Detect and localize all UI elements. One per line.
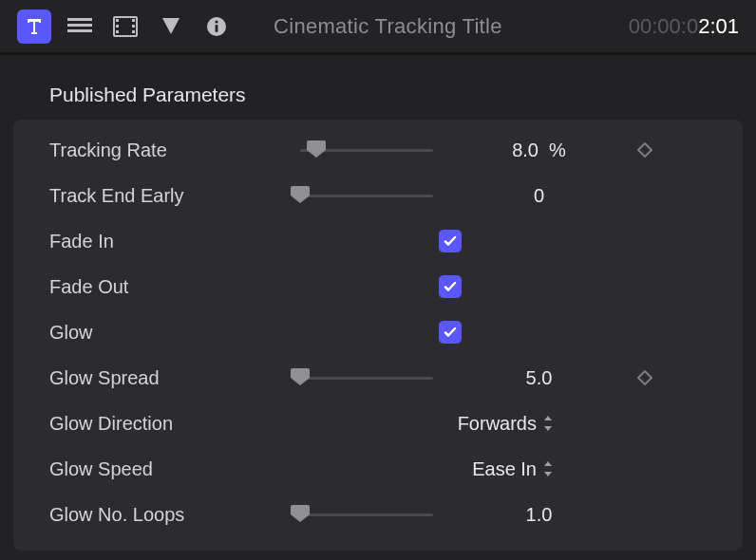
info-tab-icon <box>205 15 228 38</box>
shape-tab[interactable] <box>154 9 188 44</box>
row-tracking-rate: Tracking Rate 8.0 % <box>49 127 718 173</box>
svg-rect-9 <box>132 25 135 28</box>
text-tab[interactable] <box>17 9 51 44</box>
check-icon <box>443 233 458 249</box>
paragraph-tab[interactable] <box>63 9 97 44</box>
row-fade-in: Fade In <box>49 218 718 264</box>
timecode-dim: 00:00:0 <box>629 14 698 38</box>
value-tracking-rate[interactable]: 8.0 % <box>465 140 613 161</box>
checkbox-fade-in[interactable] <box>439 230 462 252</box>
paragraph-tab-icon <box>67 17 92 36</box>
svg-rect-8 <box>132 19 135 22</box>
stepper-icon <box>542 415 554 432</box>
keyframe-tracking-rate[interactable] <box>626 142 664 158</box>
label-glow-loops: Glow No. Loops <box>49 504 287 526</box>
inspector-title: Cinematic Tracking Title <box>274 14 617 39</box>
row-glow-direction: Glow Direction Forwards <box>49 401 718 446</box>
slider-track-end-early[interactable] <box>300 195 452 197</box>
slider-glow-loops[interactable] <box>300 513 452 516</box>
row-glow: Glow <box>49 309 718 355</box>
section-title: Published Parameters <box>0 55 756 120</box>
svg-rect-1 <box>67 24 92 27</box>
value-glow-loops[interactable]: 1.0 <box>465 504 613 526</box>
video-tab[interactable] <box>108 9 142 44</box>
svg-point-12 <box>215 20 217 23</box>
value-glow-direction: Forwards <box>458 413 537 435</box>
label-glow-direction: Glow Direction <box>49 413 287 435</box>
svg-rect-6 <box>116 25 119 28</box>
svg-rect-10 <box>132 30 135 33</box>
row-glow-spread: Glow Spread 5.0 <box>49 355 718 401</box>
label-track-end-early: Track End Early <box>49 185 287 207</box>
info-tab[interactable] <box>199 9 234 44</box>
text-tab-icon <box>23 15 46 38</box>
label-tracking-rate: Tracking Rate <box>49 140 287 161</box>
label-glow: Glow <box>49 322 287 344</box>
label-fade-in: Fade In <box>49 231 287 252</box>
timecode: 00:00:02:01 <box>629 14 739 39</box>
shape-tab-icon <box>160 15 182 38</box>
row-fade-out: Fade Out <box>49 264 718 309</box>
svg-rect-5 <box>116 19 119 22</box>
value-track-end-early[interactable]: 0 <box>465 185 613 207</box>
published-parameters-panel: Tracking Rate 8.0 % Track End Early 0 <box>13 120 743 551</box>
value-glow-speed: Ease In <box>472 458 537 480</box>
check-icon <box>443 279 458 294</box>
keyframe-icon <box>637 370 652 385</box>
select-glow-speed[interactable]: Ease In <box>300 458 599 480</box>
value-glow-spread[interactable]: 5.0 <box>465 367 613 389</box>
keyframe-glow-spread[interactable] <box>626 370 664 385</box>
label-fade-out: Fade Out <box>49 276 287 298</box>
row-glow-speed: Glow Speed Ease In <box>49 446 718 492</box>
timecode-value: 2:01 <box>698 14 739 38</box>
svg-rect-0 <box>67 18 92 21</box>
label-glow-speed: Glow Speed <box>49 458 287 480</box>
label-glow-spread: Glow Spread <box>49 367 287 389</box>
row-glow-loops: Glow No. Loops 1.0 <box>49 492 718 537</box>
svg-rect-7 <box>116 30 119 33</box>
checkbox-fade-out[interactable] <box>439 275 462 298</box>
slider-glow-spread[interactable] <box>300 377 452 380</box>
slider-tracking-rate[interactable] <box>300 149 452 152</box>
checkbox-glow[interactable] <box>439 321 462 344</box>
svg-rect-2 <box>67 29 92 32</box>
keyframe-icon <box>637 142 652 158</box>
select-glow-direction[interactable]: Forwards <box>300 413 599 435</box>
svg-rect-13 <box>216 25 218 32</box>
row-track-end-early: Track End Early 0 <box>49 173 718 218</box>
inspector-toolbar: Cinematic Tracking Title 00:00:02:01 <box>0 0 756 55</box>
video-tab-icon <box>113 16 138 37</box>
stepper-icon <box>542 460 554 477</box>
check-icon <box>443 325 458 340</box>
